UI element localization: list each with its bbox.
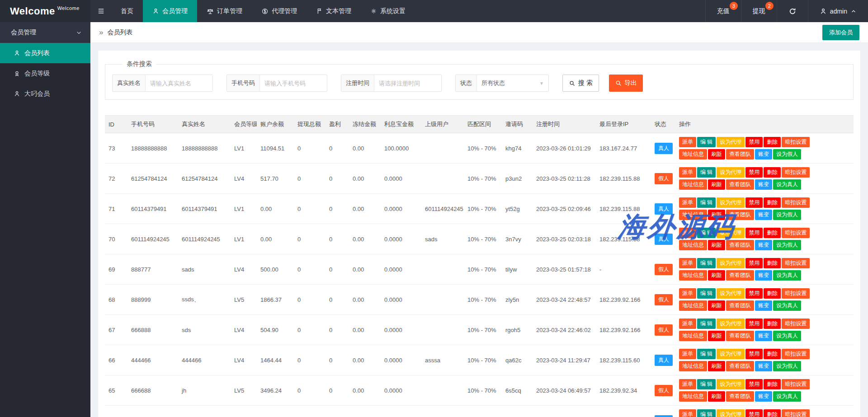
sidebar-item[interactable]: 会员列表 — [0, 43, 90, 63]
action-button[interactable]: 账变 — [755, 361, 772, 371]
action-button[interactable]: 编 辑 — [697, 319, 716, 329]
action-button[interactable]: 编 辑 — [697, 167, 716, 178]
action-button[interactable]: 删除 — [764, 197, 781, 208]
action-button[interactable]: 地址信息 — [679, 300, 707, 311]
action-button[interactable]: 禁用 — [745, 197, 763, 208]
sidebar-collapse-icon[interactable] — [90, 0, 111, 22]
action-button[interactable]: 编 辑 — [697, 349, 716, 359]
nav-item[interactable]: 首页 — [111, 0, 143, 22]
action-button[interactable]: 删除 — [764, 349, 781, 359]
sidebar-item[interactable]: 大叼会员 — [0, 84, 90, 104]
add-member-button[interactable]: 添加会员 — [822, 25, 859, 40]
action-button[interactable]: 删除 — [764, 319, 781, 329]
sidebar-group-member-management[interactable]: 会员管理 — [0, 22, 90, 43]
action-button[interactable]: 账变 — [755, 210, 772, 220]
action-button[interactable]: 暗扣设置 — [782, 379, 810, 389]
action-button[interactable]: 账变 — [755, 270, 772, 281]
action-button[interactable]: 禁用 — [745, 258, 763, 268]
action-button[interactable]: 账变 — [755, 149, 772, 159]
action-button[interactable]: 刷新 — [708, 391, 725, 402]
action-button[interactable]: 暗扣设置 — [782, 258, 810, 268]
action-button[interactable]: 设为假人 — [773, 210, 801, 220]
action-button[interactable]: 禁用 — [745, 167, 763, 178]
recharge-nav-item[interactable]: 充值 3 — [705, 0, 741, 22]
action-button[interactable]: 编 辑 — [697, 137, 716, 147]
action-button[interactable]: 禁用 — [745, 288, 763, 299]
action-button[interactable]: 编 辑 — [697, 197, 716, 208]
nav-item[interactable]: 系统设置 — [361, 0, 415, 22]
action-button[interactable]: 禁用 — [745, 379, 763, 389]
action-button[interactable]: 设为代理 — [717, 409, 745, 417]
action-button[interactable]: 派单 — [679, 288, 696, 299]
nav-item[interactable]: 会员管理 — [143, 0, 197, 22]
action-button[interactable]: 设为假人 — [773, 149, 801, 159]
action-button[interactable]: 刷新 — [708, 300, 725, 311]
action-button[interactable]: 删除 — [764, 288, 781, 299]
action-button[interactable]: 设为真人 — [773, 300, 801, 311]
action-button[interactable]: 刷新 — [708, 179, 725, 190]
action-button[interactable]: 刷新 — [708, 210, 725, 220]
action-button[interactable]: 账变 — [755, 391, 772, 402]
action-button[interactable]: 查看团队 — [726, 270, 754, 281]
export-button[interactable]: 导出 — [609, 75, 643, 92]
withdraw-nav-item[interactable]: 提现 2 — [741, 0, 777, 22]
action-button[interactable]: 地址信息 — [679, 270, 707, 281]
action-button[interactable]: 删除 — [764, 258, 781, 268]
action-button[interactable]: 派单 — [679, 137, 696, 147]
action-button[interactable]: 派单 — [679, 167, 696, 178]
action-button[interactable]: 查看团队 — [726, 300, 754, 311]
action-button[interactable]: 派单 — [679, 258, 696, 268]
action-button[interactable]: 设为代理 — [717, 137, 745, 147]
search-button[interactable]: 搜 索 — [562, 75, 599, 92]
action-button[interactable]: 查看团队 — [726, 391, 754, 402]
action-button[interactable]: 设为真人 — [773, 179, 801, 190]
status-select[interactable]: 状态 所有状态 ▼ — [455, 75, 549, 92]
action-button[interactable]: 删除 — [764, 137, 781, 147]
action-button[interactable]: 账变 — [755, 300, 772, 311]
refresh-button[interactable] — [777, 0, 808, 22]
action-button[interactable]: 查看团队 — [726, 149, 754, 159]
nav-item[interactable]: 订单管理 — [197, 0, 252, 22]
action-button[interactable]: 刷新 — [708, 149, 725, 159]
action-button[interactable]: 派单 — [679, 379, 696, 389]
action-button[interactable]: 禁用 — [745, 137, 763, 147]
search-input[interactable] — [260, 75, 327, 91]
nav-item[interactable]: 文本管理 — [307, 0, 361, 22]
action-button[interactable]: 地址信息 — [679, 210, 707, 220]
action-button[interactable]: 编 辑 — [697, 258, 716, 268]
action-button[interactable]: 删除 — [764, 228, 781, 238]
action-button[interactable]: 暗扣设置 — [782, 319, 810, 329]
action-button[interactable]: 设为代理 — [717, 197, 745, 208]
action-button[interactable]: 派单 — [679, 349, 696, 359]
action-button[interactable]: 地址信息 — [679, 179, 707, 190]
action-button[interactable]: 设为代理 — [717, 349, 745, 359]
sidebar-item[interactable]: 会员等级 — [0, 63, 90, 84]
action-button[interactable]: 设为假人 — [773, 240, 801, 250]
action-button[interactable]: 暗扣设置 — [782, 167, 810, 178]
action-button[interactable]: 禁用 — [745, 349, 763, 359]
action-button[interactable]: 派单 — [679, 228, 696, 238]
action-button[interactable]: 设为代理 — [717, 258, 745, 268]
action-button[interactable]: 地址信息 — [679, 240, 707, 250]
action-button[interactable]: 查看团队 — [726, 361, 754, 371]
action-button[interactable]: 删除 — [764, 379, 781, 389]
action-button[interactable]: 编 辑 — [697, 409, 716, 417]
action-button[interactable]: 删除 — [764, 409, 781, 417]
action-button[interactable]: 暗扣设置 — [782, 288, 810, 299]
action-button[interactable]: 派单 — [679, 319, 696, 329]
action-button[interactable]: 设为假人 — [773, 361, 801, 371]
action-button[interactable]: 暗扣设置 — [782, 197, 810, 208]
action-button[interactable]: 地址信息 — [679, 391, 707, 402]
action-button[interactable]: 编 辑 — [697, 288, 716, 299]
action-button[interactable]: 暗扣设置 — [782, 137, 810, 147]
action-button[interactable]: 禁用 — [745, 409, 763, 417]
action-button[interactable]: 暗扣设置 — [782, 349, 810, 359]
action-button[interactable]: 账变 — [755, 179, 772, 190]
action-button[interactable]: 刷新 — [708, 331, 725, 341]
nav-item[interactable]: 代理管理 — [252, 0, 307, 22]
user-menu[interactable]: admin — [808, 0, 868, 22]
search-input[interactable] — [146, 75, 212, 91]
action-button[interactable]: 设为真人 — [773, 331, 801, 341]
action-button[interactable]: 查看团队 — [726, 331, 754, 341]
action-button[interactable]: 取消代理 — [717, 228, 745, 238]
